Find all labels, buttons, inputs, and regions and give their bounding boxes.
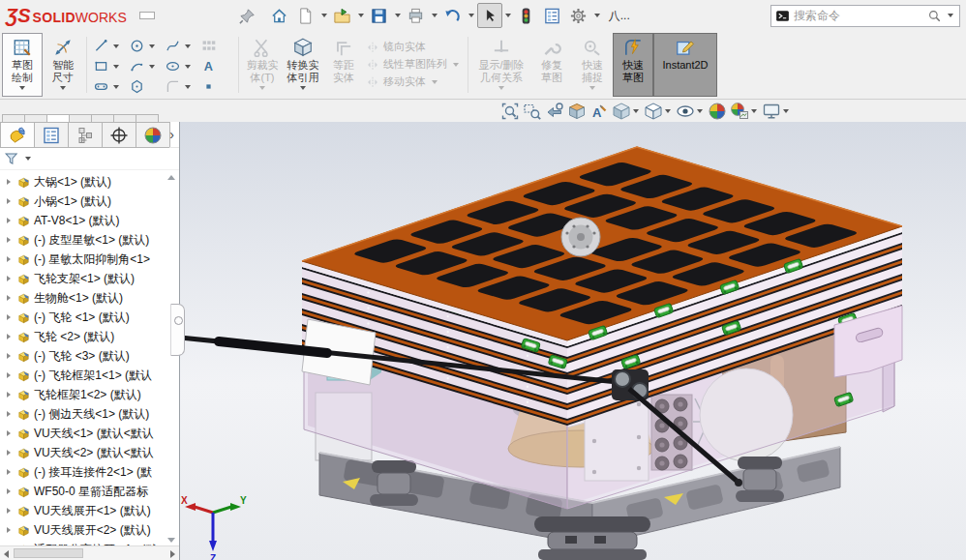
expand-arrow-icon[interactable] <box>7 392 11 398</box>
expand-arrow-icon[interactable] <box>7 295 11 301</box>
scroll-thumb[interactable] <box>14 548 83 558</box>
tab-dimxpertmanager[interactable] <box>102 122 136 148</box>
expand-arrow-icon[interactable] <box>7 334 11 339</box>
ribbon-tab[interactable] <box>136 114 159 122</box>
line-button[interactable] <box>91 36 127 56</box>
rapid-sketch-button[interactable]: 快速 草图 <box>613 33 653 97</box>
smart-dimension-dropdown[interactable] <box>60 86 66 90</box>
graphics-viewport[interactable]: X Y Z <box>180 122 966 560</box>
print-dropdown[interactable] <box>432 14 438 17</box>
quick-snaps-button[interactable]: 快速 捕捉 <box>572 33 613 97</box>
corner-rectangle-button[interactable] <box>91 56 127 76</box>
expand-arrow-icon[interactable] <box>7 179 11 185</box>
arc-button[interactable] <box>127 56 163 76</box>
viewport-3d-model[interactable]: X Y Z <box>180 122 966 560</box>
expand-arrow-icon[interactable] <box>7 353 11 359</box>
expand-arrow-icon[interactable] <box>7 218 11 223</box>
expand-arrow-icon[interactable] <box>7 508 11 514</box>
expand-arrow-icon[interactable] <box>7 430 11 436</box>
tree-scroll-up[interactable] <box>167 175 175 180</box>
tree-horizontal-scrollbar[interactable] <box>0 545 179 560</box>
annotation-button[interactable] <box>589 101 610 122</box>
options-list-button[interactable] <box>540 3 565 28</box>
scroll-right-arrow[interactable] <box>170 550 175 558</box>
polygon-button[interactable] <box>127 76 163 97</box>
slot-button[interactable] <box>91 76 127 97</box>
display-style-button[interactable] <box>643 101 674 122</box>
display-delete-relations-button[interactable]: 显示/删除 几何关系 <box>471 33 531 97</box>
panel-expand-arrow[interactable]: › <box>169 127 174 142</box>
apply-scene-button[interactable] <box>729 101 760 122</box>
tab-displaymanager[interactable] <box>136 122 170 148</box>
ribbon-tab[interactable] <box>2 114 25 122</box>
previous-view-button[interactable] <box>544 101 565 122</box>
rebuild-traffic-light-button[interactable] <box>514 3 539 28</box>
expand-arrow-icon[interactable] <box>7 314 11 320</box>
sketch-pattern-button[interactable] <box>198 36 234 56</box>
search-dropdown[interactable] <box>948 14 953 17</box>
select-cursor-button[interactable] <box>477 3 502 28</box>
tree-item[interactable]: AT-V8<1> (默认) <box>0 211 179 230</box>
tree-scroll-down[interactable] <box>167 538 175 543</box>
tree-item[interactable]: (-) 星敏太阳抑制角<1> <box>0 250 179 269</box>
offset-entities-button[interactable]: 等距 实体 <box>323 33 364 97</box>
tree-item[interactable]: (-) 皮型星敏<1> (默认) <box>0 230 179 250</box>
tree-item[interactable]: WF50-0 星箭适配器标 <box>0 482 179 501</box>
menu-item[interactable] <box>217 12 232 19</box>
view-settings-button[interactable] <box>761 101 792 122</box>
mirror-tool-item[interactable]: 线性草图阵列 <box>366 57 461 72</box>
repair-sketch-button[interactable]: 修复 草图 <box>531 33 572 97</box>
edit-appearance-button[interactable] <box>707 101 728 122</box>
view-orientation-button[interactable] <box>611 101 642 122</box>
menu-item[interactable] <box>170 12 186 19</box>
settings-dropdown[interactable] <box>594 14 600 17</box>
tree-item[interactable]: VU天线展开<2> (默认) <box>0 520 179 540</box>
open-dropdown[interactable] <box>358 14 364 17</box>
mirror-tool-item[interactable]: 移动实体 <box>366 74 461 89</box>
user-label[interactable]: 八... <box>609 8 630 24</box>
point-button[interactable] <box>198 76 234 97</box>
tab-configurationmanager[interactable] <box>68 122 103 148</box>
convert-entities-button[interactable]: 转换实 体引用 <box>283 33 323 97</box>
tree-item[interactable]: 飞轮 <2> (默认) <box>0 327 179 346</box>
tree-item[interactable]: (-) 飞轮 <3> (默认) <box>0 346 179 366</box>
expand-arrow-icon[interactable] <box>7 256 11 262</box>
expand-arrow-icon[interactable] <box>7 411 11 417</box>
section-view-button[interactable] <box>566 101 588 122</box>
fillet-button[interactable] <box>163 76 198 97</box>
pin-icon[interactable] <box>235 3 260 28</box>
settings-gear-button[interactable] <box>566 3 591 28</box>
tree-item[interactable]: VU天线<2> (默认<默认 <box>0 443 179 462</box>
panel-splitter-handle[interactable] <box>170 304 185 356</box>
search-box[interactable] <box>770 5 960 27</box>
search-icon[interactable] <box>927 9 942 23</box>
convert-dropdown[interactable] <box>300 86 306 90</box>
tree-item[interactable]: 大锅<1> (默认) <box>0 172 179 192</box>
zoom-to-fit-button[interactable] <box>499 101 521 122</box>
new-document-button[interactable] <box>293 3 318 28</box>
menu-item[interactable] <box>186 12 201 19</box>
zoom-to-area-button[interactable] <box>522 101 543 122</box>
ribbon-tab[interactable] <box>113 114 136 122</box>
filter-funnel-icon[interactable] <box>4 151 20 167</box>
ribbon-tab[interactable] <box>91 114 114 122</box>
tree-item[interactable]: VU天线<1> (默认<默认 <box>0 424 179 443</box>
tab-featuremanager[interactable] <box>0 122 35 148</box>
save-dropdown[interactable] <box>395 14 401 17</box>
smart-dimension-button[interactable]: 智能 尺寸 <box>43 33 83 97</box>
sketch-text-button[interactable] <box>198 56 234 76</box>
open-button[interactable] <box>330 3 355 28</box>
expand-arrow-icon[interactable] <box>7 237 11 243</box>
instant2d-button[interactable]: Instant2D <box>653 33 717 97</box>
expand-arrow-icon[interactable] <box>7 372 11 378</box>
mirror-tool-item[interactable]: 镜向实体 <box>366 40 461 54</box>
expand-arrow-icon[interactable] <box>7 198 11 204</box>
ellipse-button[interactable] <box>163 56 198 76</box>
ribbon-tab[interactable] <box>46 114 70 122</box>
circle-button[interactable] <box>127 36 163 56</box>
tree-item[interactable]: 飞轮支架<1> (默认) <box>0 269 179 288</box>
select-dropdown[interactable] <box>505 14 511 17</box>
tree-item[interactable]: (-) 飞轮框架1<1> (默认 <box>0 366 179 385</box>
trim-entities-button[interactable]: 剪裁实 体(T) <box>242 33 283 97</box>
home-button[interactable] <box>267 3 292 28</box>
